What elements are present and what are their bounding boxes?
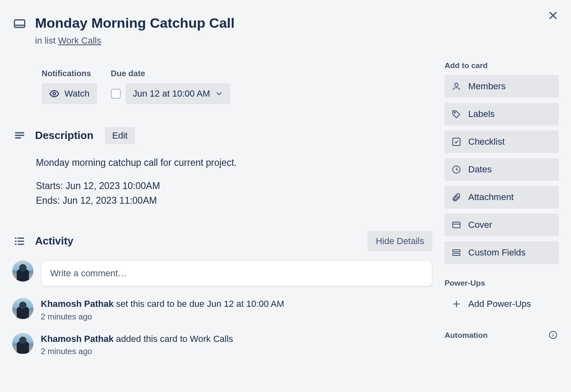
svg-rect-18 [453, 222, 460, 228]
activity-text: Khamosh Pathak set this card to be due J… [41, 298, 284, 311]
svg-point-10 [15, 240, 17, 242]
svg-point-14 [455, 83, 458, 86]
labels-button[interactable]: Labels [445, 103, 559, 126]
cover-button[interactable]: Cover [445, 214, 559, 236]
avatar [12, 333, 33, 354]
svg-rect-9 [18, 238, 24, 239]
svg-rect-20 [453, 250, 460, 252]
hide-details-button[interactable]: Hide Details [367, 231, 432, 251]
activity-time: 2 minutes ago [41, 347, 233, 356]
svg-point-4 [53, 92, 56, 95]
svg-rect-11 [18, 240, 24, 242]
notifications-label: Notifications [42, 69, 97, 78]
due-date-label: Due date [111, 69, 231, 78]
activity-heading: Activity [35, 235, 73, 247]
eye-icon [49, 88, 60, 99]
description-heading: Description [35, 129, 93, 142]
cover-icon [451, 220, 462, 230]
svg-rect-16 [453, 138, 460, 145]
svg-rect-7 [15, 137, 21, 139]
card-title[interactable]: Monday Morning Catchup Call [35, 15, 235, 31]
activity-icon [12, 235, 27, 247]
attachment-button[interactable]: Attachment [445, 186, 559, 209]
activity-text: Khamosh Pathak added this card to Work C… [41, 333, 233, 346]
activity-time: 2 minutes ago [41, 312, 284, 322]
watch-label: Watch [64, 88, 90, 99]
due-date-value: Jun 12 at 10:00 AM [133, 88, 210, 99]
checklist-icon [451, 137, 462, 147]
svg-rect-6 [15, 134, 24, 136]
add-to-card-heading: Add to card [445, 61, 559, 70]
svg-rect-21 [453, 253, 460, 255]
automation-heading: Automation [445, 330, 559, 341]
edit-description-button[interactable]: Edit [105, 127, 135, 144]
members-button[interactable]: Members [445, 75, 559, 98]
close-icon [548, 10, 558, 21]
dates-button[interactable]: Dates [445, 158, 559, 181]
svg-rect-2 [14, 20, 24, 28]
due-date-checkbox[interactable] [111, 89, 121, 99]
avatar [12, 260, 33, 282]
svg-point-26 [553, 333, 553, 334]
watch-button[interactable]: Watch [42, 83, 97, 104]
card-subtitle: in list Work Calls [35, 35, 235, 46]
activity-item: Khamosh Pathak set this card to be due J… [12, 298, 432, 322]
tag-icon [451, 109, 462, 119]
power-ups-heading: Power-Ups [445, 279, 559, 288]
due-date-button[interactable]: Jun 12 at 10:00 AM [126, 83, 231, 104]
add-power-ups-button[interactable]: Add Power-Ups [445, 293, 559, 315]
custom-fields-icon [451, 248, 462, 258]
clock-icon [451, 165, 462, 174]
list-link[interactable]: Work Calls [58, 35, 101, 46]
avatar [12, 298, 33, 319]
close-button[interactable] [545, 7, 561, 24]
svg-point-15 [454, 112, 456, 113]
svg-point-12 [15, 243, 17, 245]
paperclip-icon [451, 192, 462, 202]
svg-rect-5 [15, 132, 24, 133]
info-icon[interactable] [548, 330, 559, 341]
chevron-down-icon [215, 90, 223, 98]
plus-icon [451, 299, 462, 309]
comment-input[interactable]: Write a comment… [41, 260, 432, 286]
description-icon [12, 130, 27, 142]
svg-point-8 [15, 237, 17, 239]
activity-item: Khamosh Pathak added this card to Work C… [12, 333, 432, 357]
svg-rect-13 [18, 244, 24, 245]
checklist-button[interactable]: Checklist [445, 130, 559, 153]
person-icon [451, 81, 462, 91]
custom-fields-button[interactable]: Custom Fields [445, 241, 559, 264]
card-icon [12, 15, 27, 30]
description-body[interactable]: Monday morning catchup call for current … [36, 156, 432, 208]
